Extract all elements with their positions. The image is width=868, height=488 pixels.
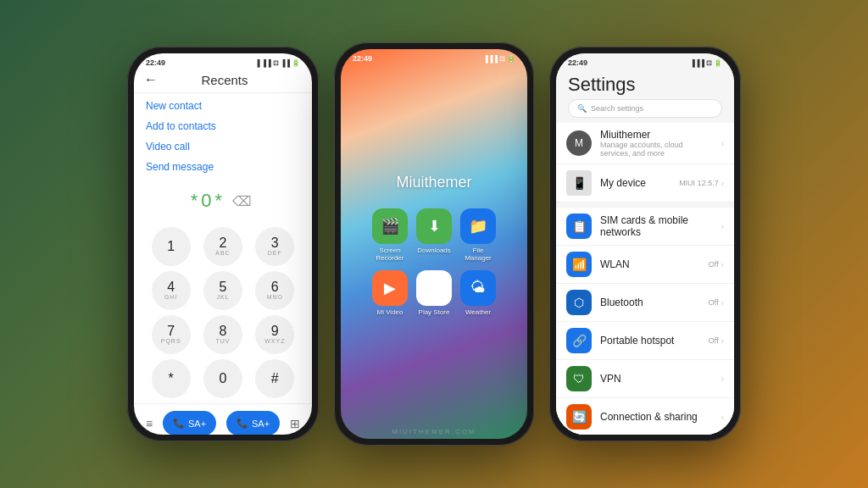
- settings-item-connection[interactable]: 🔄 Connection & sharing ›: [556, 398, 734, 435]
- sim-text: SIM cards & mobile networks: [600, 214, 713, 238]
- account-chevron: ›: [721, 139, 724, 148]
- mi-video-label: Mi Video: [377, 308, 403, 316]
- search-placeholder: Search settings: [591, 104, 643, 113]
- left-status-bar: 22:49 ▐ ▐▐ ⊡ ▐▐ 🔋: [134, 53, 312, 69]
- call-label-2: SA+: [252, 419, 270, 429]
- downloads-label: Downloads: [417, 247, 451, 254]
- device-text: My device: [600, 177, 670, 189]
- home-content: Miuithemer 🎬 ScreenRecorder ⬇ Downloads …: [341, 64, 527, 424]
- settings-item-wlan[interactable]: 📶 WLAN Off ›: [556, 246, 734, 284]
- vpn-icon: 🛡: [566, 366, 592, 391]
- left-status-icons: ▐ ▐▐ ⊡ ▐▐ 🔋: [255, 59, 300, 67]
- dial-digits: *0*: [191, 190, 225, 212]
- new-contact-link[interactable]: New contact: [146, 100, 300, 112]
- app-downloads[interactable]: ⬇ Downloads: [416, 208, 452, 262]
- sim-icon: 📋: [566, 214, 592, 239]
- key-4[interactable]: 4GHI: [152, 271, 191, 310]
- device-chevron: ›: [721, 179, 724, 188]
- play-store-label: Play Store: [419, 308, 450, 316]
- wlan-status: Off ›: [709, 260, 724, 269]
- recents-menu: New contact Add to contacts Video call S…: [134, 93, 312, 180]
- device-icon: 📱: [566, 170, 592, 196]
- bluetooth-chevron: ›: [721, 298, 724, 308]
- settings-item-account[interactable]: M Miuithemer Manage accounts, cloud serv…: [556, 123, 734, 164]
- key-6[interactable]: 6MNO: [255, 271, 294, 310]
- dialer-screen: 22:49 ▐ ▐▐ ⊡ ▐▐ 🔋 ← Recents New contact …: [134, 53, 312, 435]
- settings-item-device[interactable]: 📱 My device MIUI 12.5.7 ›: [556, 164, 734, 202]
- dial-display: *0* ⌫: [134, 180, 312, 222]
- recents-title: Recents: [164, 73, 285, 87]
- settings-item-vpn[interactable]: 🛡 VPN ›: [556, 360, 734, 398]
- keypad-toggle-icon[interactable]: ⊞: [290, 417, 300, 430]
- backspace-button[interactable]: ⌫: [232, 193, 255, 209]
- key-hash[interactable]: #: [255, 359, 294, 398]
- device-version: MIUI 12.5.7 ›: [679, 179, 724, 188]
- key-5[interactable]: 5JKL: [203, 271, 242, 310]
- dialer-bottom: ≡ 📞 SA+ 📞 SA+ ⊞: [134, 403, 312, 435]
- key-8[interactable]: 8TUV: [203, 315, 242, 354]
- video-call-link[interactable]: Video call: [146, 141, 300, 152]
- settings-item-bluetooth[interactable]: ⬡ Bluetooth Off ›: [556, 284, 734, 322]
- vpn-name: VPN: [600, 373, 713, 385]
- hotspot-chevron: ›: [721, 336, 724, 346]
- wlan-name: WLAN: [600, 258, 700, 270]
- key-9[interactable]: 9WXYZ: [255, 315, 294, 354]
- wlan-chevron: ›: [721, 260, 724, 269]
- right-phone: 22:49 ▐▐▐ ⊡ 🔋 Settings 🔍 Search settings…: [549, 47, 741, 441]
- settings-screen: 22:49 ▐▐▐ ⊡ 🔋 Settings 🔍 Search settings…: [556, 53, 734, 435]
- play-store-icon: ▶: [416, 270, 452, 306]
- key-0[interactable]: 0: [203, 359, 242, 398]
- left-phone: 22:49 ▐ ▐▐ ⊡ ▐▐ 🔋 ← Recents New contact …: [127, 47, 319, 441]
- key-star[interactable]: *: [152, 359, 191, 398]
- connection-chevron: ›: [721, 413, 724, 422]
- right-status-bar: 22:49 ▐▐▐ ⊡ 🔋: [556, 53, 734, 69]
- settings-title: Settings: [556, 69, 734, 99]
- wlan-text: WLAN: [600, 258, 700, 270]
- app-weather[interactable]: 🌤 Weather: [460, 270, 496, 316]
- key-1[interactable]: 1: [152, 227, 191, 266]
- phone-icon-2: 📞: [236, 418, 248, 429]
- hotspot-icon: 🔗: [566, 328, 592, 353]
- dialer-header: ← Recents: [134, 69, 312, 93]
- key-3[interactable]: 3DEF: [255, 227, 294, 266]
- middle-status-bar: 22:49 ▐▐▐ ⊡ 🔋: [341, 49, 527, 64]
- app-file-manager[interactable]: 📁 FileManager: [460, 208, 496, 262]
- app-mi-video[interactable]: ▶ Mi Video: [372, 270, 408, 316]
- app-grid: 🎬 ScreenRecorder ⬇ Downloads 📁 FileManag…: [372, 208, 496, 316]
- menu-dots-icon[interactable]: ≡: [146, 417, 153, 430]
- bluetooth-status: Off ›: [709, 298, 724, 308]
- file-manager-label: FileManager: [465, 247, 492, 262]
- right-time: 22:49: [568, 58, 587, 67]
- add-to-contacts-link[interactable]: Add to contacts: [146, 120, 300, 132]
- right-status-icons: ▐▐▐ ⊡ 🔋: [690, 59, 722, 67]
- account-sub: Manage accounts, cloud services, and mor…: [600, 141, 713, 158]
- screen-recorder-label: ScreenRecorder: [376, 247, 404, 262]
- account-name: Miuithemer: [600, 129, 713, 141]
- key-2[interactable]: 2ABC: [203, 227, 242, 266]
- settings-search-bar[interactable]: 🔍 Search settings: [568, 99, 722, 118]
- left-time: 22:49: [146, 58, 165, 67]
- screen-recorder-icon: 🎬: [372, 208, 408, 244]
- home-username: Miuithemer: [396, 174, 471, 191]
- hotspot-status: Off ›: [709, 336, 724, 346]
- app-screen-recorder[interactable]: 🎬 ScreenRecorder: [372, 208, 408, 262]
- device-name: My device: [600, 177, 670, 189]
- send-message-link[interactable]: Send message: [146, 161, 300, 173]
- app-play-store[interactable]: ▶ Play Store: [416, 270, 452, 316]
- bluetooth-icon: ⬡: [566, 290, 592, 315]
- call-button-2[interactable]: 📞 SA+: [226, 411, 280, 435]
- key-7[interactable]: 7PQRS: [152, 315, 191, 354]
- settings-item-hotspot[interactable]: 🔗 Portable hotspot Off ›: [556, 322, 734, 360]
- middle-status-icons: ▐▐▐ ⊡ 🔋: [483, 55, 515, 63]
- search-icon: 🔍: [577, 104, 587, 113]
- bluetooth-text: Bluetooth: [600, 297, 700, 308]
- connection-icon: 🔄: [566, 404, 592, 430]
- hotspot-name: Portable hotspot: [600, 335, 700, 347]
- watermark: MIUITHEMER.COM: [341, 424, 527, 439]
- back-arrow-icon[interactable]: ←: [144, 72, 158, 87]
- bluetooth-name: Bluetooth: [600, 297, 700, 308]
- settings-item-sim[interactable]: 📋 SIM cards & mobile networks ›: [556, 208, 734, 246]
- keypad: 1 2ABC 3DEF 4GHI 5JKL 6MNO 7PQRS 8TUV 9W…: [134, 222, 312, 403]
- file-manager-icon: 📁: [460, 208, 496, 244]
- call-button-1[interactable]: 📞 SA+: [163, 411, 216, 435]
